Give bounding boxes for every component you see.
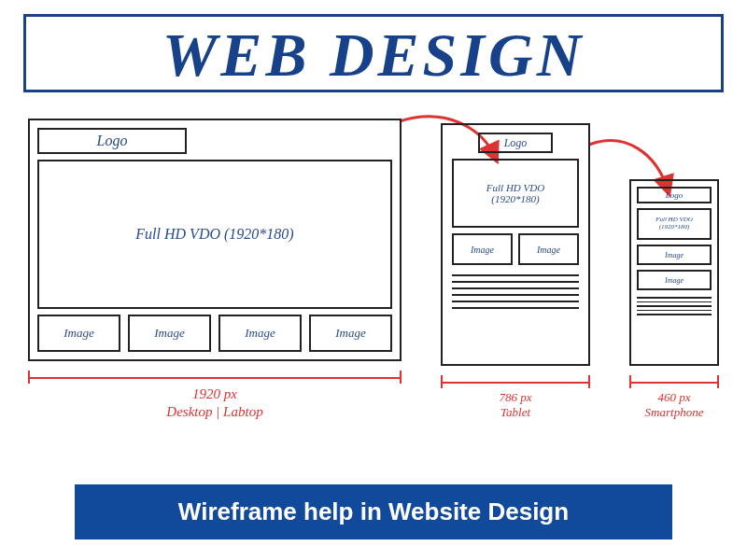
phone-thumb: Image [637,270,712,290]
tablet-thumb: Image [518,233,579,265]
tablet-hero-line1: Full HD VDO [486,182,544,193]
tablet-frame: Logo Full HD VDO (1920*180) Image Image [441,123,590,366]
title-box: WEB DESIGN [23,14,724,92]
phone-hero-line2: (1920*180) [659,224,690,231]
phone-text-lines [637,297,712,315]
phone-frame: Logo Full HD VDO (1920*180) Image Image [629,179,719,366]
caption-text: Wireframe help in Website Design [178,497,569,525]
phone-ruler: 460 px Smartphone [629,375,719,421]
tablet-hero-box: Full HD VDO (1920*180) [452,159,579,228]
desktop-thumb: Image [128,315,211,352]
caption-banner: Wireframe help in Website Design [75,484,672,539]
phone-hero-box: Full HD VDO (1920*180) [637,208,712,240]
tablet-device-label: Tablet [500,405,530,419]
tablet-thumb: Image [452,233,513,265]
desktop-hero-box: Full HD VDO (1920*180) [37,160,392,309]
desktop-thumb: Image [309,315,392,352]
devices-row: Logo Full HD VDO (1920*180) Image Image … [23,119,724,421]
desktop-thumb-row: Image Image Image Image [37,315,392,352]
phone-thumb: Image [637,245,712,265]
tablet-logo-box: Logo [478,133,553,153]
device-phone: Logo Full HD VDO (1920*180) Image Image … [629,179,719,421]
desktop-frame: Logo Full HD VDO (1920*180) Image Image … [28,119,402,361]
tablet-text-lines [452,274,579,309]
desktop-ruler: 1920 px Desktop | Labtop [28,371,402,421]
device-desktop: Logo Full HD VDO (1920*180) Image Image … [28,119,402,421]
tablet-ruler: 786 px Tablet [441,375,590,421]
device-tablet: Logo Full HD VDO (1920*180) Image Image … [441,123,590,421]
phone-logo-box: Logo [637,187,712,203]
desktop-thumb: Image [218,315,302,352]
desktop-device-label: Desktop | Labtop [166,404,262,419]
tablet-hero-line2: (1920*180) [491,193,539,204]
tablet-width-label: 786 px [499,390,531,404]
desktop-thumb: Image [37,315,120,352]
phone-width-label: 460 px [657,390,690,404]
page-title: WEB DESIGN [162,21,585,89]
tablet-thumb-row: Image Image [452,233,579,265]
phone-device-label: Smartphone [645,405,704,419]
desktop-width-label: 1920 px [192,386,237,401]
desktop-logo-box: Logo [37,128,187,154]
